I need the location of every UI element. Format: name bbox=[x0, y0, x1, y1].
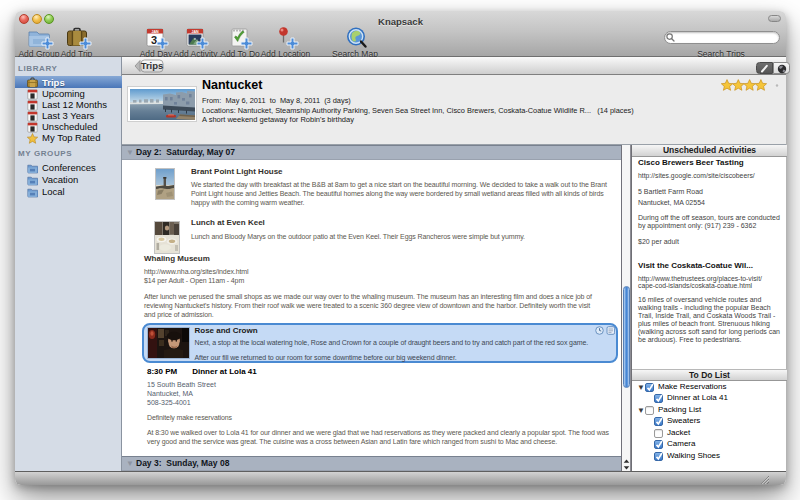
svg-text:JAN: JAN bbox=[191, 30, 199, 34]
svg-text:Trips: Trips bbox=[141, 60, 164, 71]
